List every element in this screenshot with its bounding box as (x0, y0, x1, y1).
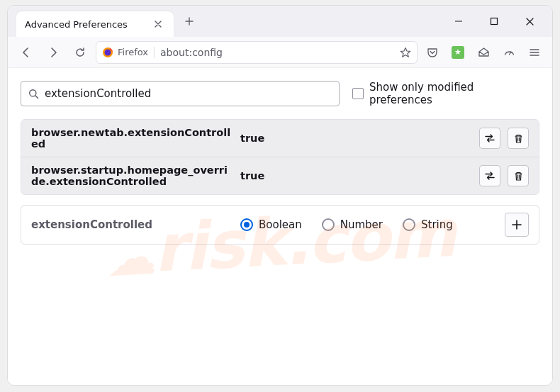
new-tab-button[interactable] (179, 11, 199, 31)
reload-button[interactable] (69, 41, 91, 64)
search-row: Show only modified preferences (21, 81, 539, 106)
forward-button[interactable] (42, 41, 65, 64)
mailbox-icon[interactable] (473, 42, 494, 63)
radio-icon (322, 218, 335, 231)
extension-star-icon: ★ (454, 47, 461, 57)
bookmark-star-icon[interactable] (400, 47, 411, 58)
url-bar[interactable]: Firefox (96, 41, 418, 64)
toggle-button[interactable] (479, 128, 500, 149)
titlebar: Advanced Preferences (8, 6, 552, 37)
preference-name: browser.newtab.extensionControlled (31, 127, 240, 150)
new-preference-row: extensionControlled Boolean Number Strin… (21, 205, 539, 245)
radio-icon (403, 218, 415, 231)
browser-tab[interactable]: Advanced Preferences (16, 11, 174, 37)
preference-name: browser.startup.homepage_override.extens… (31, 164, 240, 187)
maximize-button[interactable] (484, 11, 504, 31)
pocket-icon[interactable] (422, 42, 443, 63)
preference-actions (479, 165, 529, 186)
checkbox-box (352, 88, 364, 99)
close-button[interactable] (520, 11, 539, 31)
search-input[interactable] (45, 87, 332, 100)
checkbox-label: Show only modified preferences (369, 81, 539, 106)
radio-string[interactable]: String (403, 218, 453, 231)
radio-label: String (421, 218, 453, 231)
svg-point-2 (105, 49, 111, 55)
about-config-content: Show only modified preferences browser.n… (8, 68, 552, 385)
dashboard-icon[interactable] (498, 42, 520, 63)
radio-label: Number (340, 218, 383, 231)
new-preference-name: extensionControlled (31, 218, 240, 231)
urlbar-identity[interactable]: Firefox (102, 47, 155, 58)
toggle-button[interactable] (479, 165, 500, 186)
url-input[interactable] (160, 47, 394, 58)
back-button[interactable] (15, 41, 38, 64)
urlbar-identity-label: Firefox (118, 47, 148, 57)
search-icon (28, 89, 39, 99)
radio-label: Boolean (259, 218, 302, 231)
preference-value: true (240, 170, 479, 181)
radio-number[interactable]: Number (322, 218, 383, 231)
preference-actions (479, 128, 529, 149)
tab-close-button[interactable] (151, 17, 165, 31)
preference-row[interactable]: browser.startup.homepage_override.extens… (21, 157, 539, 194)
browser-window: Advanced Preferences (7, 5, 553, 386)
show-modified-checkbox[interactable]: Show only modified preferences (352, 81, 539, 106)
preference-value: true (240, 133, 479, 144)
menu-button[interactable] (524, 42, 545, 63)
delete-button[interactable] (508, 165, 529, 186)
radio-icon (240, 218, 253, 231)
toolbar: Firefox ★ (8, 37, 552, 68)
tab-title: Advanced Preferences (25, 19, 151, 30)
minimize-button[interactable] (449, 11, 469, 31)
svg-rect-0 (491, 18, 498, 25)
delete-button[interactable] (508, 128, 529, 149)
search-box[interactable] (21, 81, 340, 106)
add-preference-button[interactable] (505, 213, 529, 237)
firefox-logo-icon (102, 47, 113, 58)
preference-row[interactable]: browser.newtab.extensionControlled true (21, 120, 539, 157)
extension-icon[interactable]: ★ (447, 42, 469, 63)
radio-boolean[interactable]: Boolean (240, 218, 302, 231)
window-controls (449, 11, 547, 31)
type-radio-group: Boolean Number String (240, 218, 505, 231)
preference-list: browser.newtab.extensionControlled true … (21, 119, 539, 195)
